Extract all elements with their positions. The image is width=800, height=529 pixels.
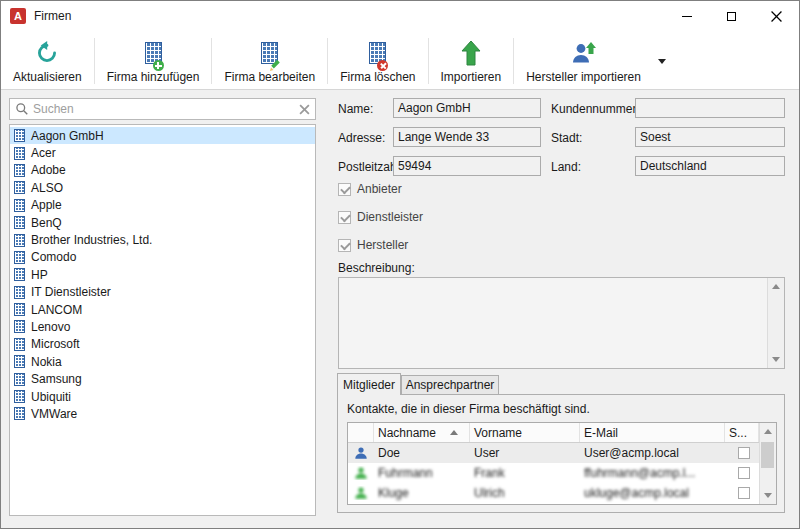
scrollbar-track[interactable] xyxy=(768,295,784,351)
close-icon xyxy=(771,11,782,22)
header-email-label: E-Mail xyxy=(584,426,618,440)
anbieter-label: Anbieter xyxy=(357,182,402,196)
person-icon xyxy=(354,486,368,500)
company-delete-button[interactable]: Firma löschen xyxy=(330,33,425,89)
list-item[interactable]: ALSO xyxy=(10,179,315,196)
header-email[interactable]: E-Mail xyxy=(580,423,725,442)
cell-email: ukluge@acmp.local xyxy=(580,486,725,500)
description-scrollbar[interactable] xyxy=(767,278,784,368)
list-item[interactable]: VMWare xyxy=(10,405,315,422)
name-field[interactable]: Aagon GmbH xyxy=(393,98,541,118)
cell-vorname: User xyxy=(470,446,580,460)
company-name: Microsoft xyxy=(31,337,80,351)
company-add-label: Firma hinzufügen xyxy=(107,70,200,84)
company-add-button[interactable]: Firma hinzufügen xyxy=(97,33,210,89)
country-field[interactable]: Deutschland xyxy=(635,156,785,176)
arrow-down-icon xyxy=(764,493,772,498)
company-icon xyxy=(14,164,25,177)
manufacturer-import-label: Hersteller importieren xyxy=(526,70,641,84)
table-row[interactable]: Doe User User@acmp.local xyxy=(348,443,759,463)
scroll-down-button[interactable] xyxy=(768,351,784,368)
scroll-up-button[interactable] xyxy=(760,423,776,440)
maximize-icon xyxy=(727,12,736,21)
anbieter-checkbox xyxy=(338,183,351,196)
company-icon xyxy=(14,407,25,420)
customer-number-label: Kundennummer: xyxy=(551,102,640,116)
search-box xyxy=(9,98,316,120)
list-item[interactable]: Acer xyxy=(10,144,315,161)
list-item[interactable]: Adobe xyxy=(10,162,315,179)
table-row[interactable]: Kluge Ulrich ukluge@acmp.local xyxy=(348,483,759,503)
header-s[interactable]: S... xyxy=(725,423,759,442)
city-field[interactable]: Soest xyxy=(635,127,785,147)
header-nachname[interactable]: Nachname xyxy=(374,423,470,442)
import-button[interactable]: Importieren xyxy=(431,33,512,89)
list-item[interactable]: LANCOM xyxy=(10,301,315,318)
dienstleister-label: Dienstleister xyxy=(357,210,423,224)
company-icon xyxy=(14,303,25,316)
list-item[interactable]: Microsoft xyxy=(10,336,315,353)
close-button[interactable] xyxy=(754,1,799,31)
zip-field[interactable]: 59494 xyxy=(393,156,541,176)
minimize-button[interactable] xyxy=(664,1,709,31)
company-icon xyxy=(14,268,25,281)
header-icon-column[interactable] xyxy=(348,423,374,442)
list-item[interactable]: Comodo xyxy=(10,249,315,266)
tab-ansprechpartner[interactable]: Ansprechpartner xyxy=(401,375,499,395)
row-checkbox[interactable] xyxy=(738,487,750,499)
person-icon xyxy=(354,446,368,460)
cell-nachname: Fuhrmann xyxy=(374,466,470,480)
header-vorname[interactable]: Vorname xyxy=(470,423,580,442)
scroll-up-button[interactable] xyxy=(768,278,784,295)
company-name: LANCOM xyxy=(31,303,82,317)
company-icon xyxy=(14,234,25,247)
hersteller-label: Hersteller xyxy=(357,238,408,252)
cell-vorname: Ulrich xyxy=(470,486,580,500)
row-checkbox[interactable] xyxy=(738,467,750,479)
company-delete-label: Firma löschen xyxy=(340,70,415,84)
list-item[interactable]: Ubiquiti xyxy=(10,388,315,405)
list-item[interactable]: Lenovo xyxy=(10,318,315,335)
scrollbar-track[interactable] xyxy=(760,440,776,487)
list-item[interactable]: BenQ xyxy=(10,214,315,231)
maximize-button[interactable] xyxy=(709,1,754,31)
manufacturer-import-button[interactable]: Hersteller importieren xyxy=(516,33,651,89)
name-label: Name: xyxy=(338,102,373,116)
clear-search-icon[interactable] xyxy=(299,104,310,115)
tab-mitglieder[interactable]: Mitglieder xyxy=(337,373,401,395)
list-item[interactable]: Apple xyxy=(10,197,315,214)
list-item[interactable]: Aagon GmbH xyxy=(10,127,315,144)
company-list: Aagon GmbH Acer Adobe ALSO Apple BenQ Br… xyxy=(9,124,316,516)
cell-nachname: Kluge xyxy=(374,486,470,500)
toolbar: Aktualisieren Firma hinzufügen Firma bea… xyxy=(1,31,799,90)
address-field[interactable]: Lange Wende 33 xyxy=(393,127,541,147)
members-caption: Kontakte, die in dieser Firma beschäftig… xyxy=(347,402,590,416)
refresh-label: Aktualisieren xyxy=(13,70,82,84)
company-edit-button[interactable]: Firma bearbeiten xyxy=(214,33,325,89)
list-item[interactable]: IT Dienstleister xyxy=(10,284,315,301)
country-label: Land: xyxy=(551,160,581,174)
table-row[interactable]: Fuhrmann Frank ffuhrmann@acmp.l... xyxy=(348,463,759,483)
list-item[interactable]: Brother Industries, Ltd. xyxy=(10,231,315,248)
list-item[interactable]: Nokia xyxy=(10,353,315,370)
table-scrollbar[interactable] xyxy=(759,423,776,504)
company-name: HP xyxy=(31,268,48,282)
arrow-up-icon xyxy=(764,429,772,434)
manufacturer-import-dropdown[interactable] xyxy=(651,33,673,89)
pencil-icon xyxy=(269,59,282,72)
scroll-down-button[interactable] xyxy=(760,487,776,504)
list-item[interactable]: HP xyxy=(10,266,315,283)
scrollbar-thumb[interactable] xyxy=(761,442,774,468)
description-field[interactable] xyxy=(338,277,785,369)
city-label: Stadt: xyxy=(551,131,582,145)
row-checkbox[interactable] xyxy=(738,447,750,459)
company-name: BenQ xyxy=(31,216,62,230)
description-label: Beschreibung: xyxy=(338,261,415,275)
arrow-up-icon xyxy=(772,284,780,289)
search-input[interactable] xyxy=(33,102,299,116)
list-item[interactable]: Samsung xyxy=(10,370,315,387)
company-icon xyxy=(14,181,25,194)
customer-number-field[interactable] xyxy=(635,98,785,118)
title-bar: A Firmen xyxy=(1,1,799,31)
refresh-button[interactable]: Aktualisieren xyxy=(3,33,92,89)
